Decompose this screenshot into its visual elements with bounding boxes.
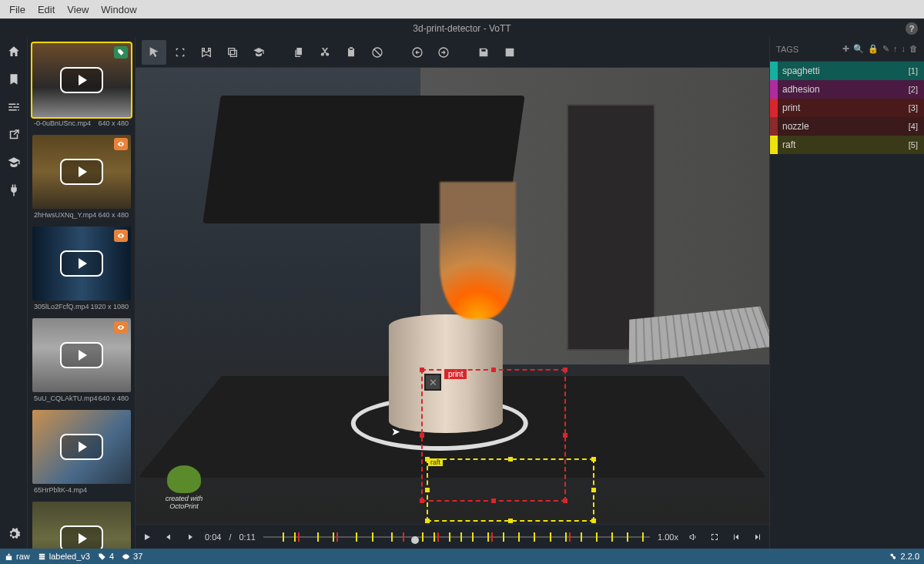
video-controls: 0:04 / 0:11 1.00x [136,524,769,549]
menu-edit[interactable]: Edit [32,4,61,15]
annotation-lock-icon[interactable]: ✕ [424,374,441,391]
asset-thumbnail[interactable]: 5uU_CQLAkTU.mp4640 x 480 [32,318,130,402]
tag-lock-icon[interactable]: 🔒 [868,44,879,54]
tag-badge-icon [114,46,128,59]
tag-color-stripe [770,99,778,117]
next-tagged-button[interactable] [751,530,765,544]
tag-row[interactable]: adhesion[2] [770,80,924,99]
bookmark-icon[interactable] [5,71,22,88]
help-icon[interactable]: ? [906,22,918,35]
asset-thumbnail[interactable]: 305lLo2FcfQ.mp41920 x 1080 [32,227,130,311]
cursor-icon: ➤ [391,425,400,438]
eye-badge-icon [114,230,128,242]
window-titlebar: 3d-print-detector - VoTT ? [0,18,924,37]
asset-thumbnail[interactable]: -0-0uBnUSnc.mp4640 x 480 [32,43,130,127]
menu-view[interactable]: View [61,4,95,15]
tag-row[interactable]: print[3] [770,99,924,117]
play-icon [60,67,103,93]
prev-frame-button[interactable] [162,530,176,544]
copy-rect-button[interactable] [220,40,245,65]
tag-hotkey: [5] [909,140,924,149]
resize-handle[interactable] [425,488,430,492]
tag-edit-icon[interactable]: ✎ [882,44,889,54]
status-tag-count: 4 [98,552,114,561]
annotation-box-raft[interactable]: raft [427,458,594,522]
asset-name: 305lLo2FcfQ.mp4 [34,303,89,311]
rectangle-tool-button[interactable] [168,40,192,65]
clear-button[interactable] [365,40,390,65]
status-source[interactable]: raw [5,552,30,561]
resize-handle[interactable] [508,457,513,462]
asset-name: 2hHwsUXNq_Y.mp4 [34,211,96,219]
canvas[interactable]: created withOctoPrint print ✕ raft ➤ [136,68,769,524]
resize-handle[interactable] [420,368,424,372]
resize-handle[interactable] [420,499,424,503]
copy-button[interactable] [286,40,311,65]
resize-handle[interactable] [591,519,596,523]
select-tool-button[interactable] [142,40,166,65]
active-learning-button[interactable] [246,40,271,65]
settings-icon[interactable] [5,525,22,542]
tag-delete-icon[interactable]: 🗑 [909,44,918,54]
paste-button[interactable] [339,40,363,65]
resize-handle[interactable] [591,457,596,462]
learn-icon[interactable] [5,154,22,171]
asset-dims: 640 x 480 [98,394,129,402]
tag-up-icon[interactable]: ↑ [893,44,898,54]
plug-icon[interactable] [5,182,22,199]
tag-color-stripe [770,62,778,80]
menu-file[interactable]: File [3,4,32,15]
asset-thumbnail-panel[interactable]: -0-0uBnUSnc.mp4640 x 480 2hHwsUXNq_Y.mp4… [28,37,136,549]
tag-hotkey: [1] [909,66,924,76]
tag-search-icon[interactable]: 🔍 [853,44,864,54]
export-project-button[interactable] [497,40,522,65]
asset-thumbnail[interactable] [32,502,130,549]
tag-row[interactable]: spaghetti[1] [770,62,924,80]
polygon-tool-button[interactable] [194,40,219,65]
asset-name: 65HrPbltK-4.mp4 [34,486,87,494]
video-time-current: 0:04 [205,532,221,542]
asset-thumbnail[interactable]: 2hHwsUXNq_Y.mp4640 x 480 [32,135,130,219]
resize-handle[interactable] [425,519,430,523]
volume-button[interactable] [686,530,700,544]
export-icon[interactable] [5,126,22,143]
resize-handle[interactable] [491,368,496,372]
menu-window[interactable]: Window [95,4,142,15]
status-bar: raw labeled_v3 4 37 2.2.0 [0,549,924,564]
tags-header-label: TAGS [776,45,798,54]
asset-thumbnail[interactable]: 65HrPbltK-4.mp4 [32,410,130,494]
cut-button[interactable] [313,40,337,65]
video-timeline[interactable] [263,531,650,543]
play-icon [60,159,103,185]
tag-add-icon[interactable]: ✚ [842,44,849,54]
tag-list: spaghetti[1]adhesion[2]print[3]nozzle[4]… [770,62,924,154]
asset-name: -0-0uBnUSnc.mp4 [34,119,91,127]
play-icon [60,434,103,460]
next-asset-button[interactable] [431,40,456,65]
tag-row[interactable]: raft[5] [770,136,924,154]
resize-handle[interactable] [425,457,430,462]
resize-handle[interactable] [420,433,424,438]
save-button[interactable] [471,40,496,65]
resize-handle[interactable] [508,519,513,523]
status-version[interactable]: 2.2.0 [889,552,919,561]
tag-color-stripe [770,117,778,136]
playback-rate[interactable]: 1.00x [658,532,678,542]
play-button[interactable] [140,530,154,544]
prev-tagged-button[interactable] [729,530,743,544]
next-frame-button[interactable] [183,530,197,544]
tag-name: spaghetti [778,65,909,76]
resize-handle[interactable] [563,368,567,372]
video-time-total: 0:11 [239,532,255,542]
resize-handle[interactable] [591,488,596,492]
tag-row[interactable]: nozzle[4] [770,117,924,136]
status-target[interactable]: labeled_v3 [38,552,90,561]
tag-down-icon[interactable]: ↓ [902,44,906,54]
prev-asset-button[interactable] [405,40,430,65]
home-icon[interactable] [5,43,22,60]
resize-handle[interactable] [563,433,567,438]
timeline-playhead[interactable] [411,536,419,544]
sliders-icon[interactable] [5,99,22,116]
fullscreen-button[interactable] [708,530,721,544]
annotation-label: print [444,369,467,379]
